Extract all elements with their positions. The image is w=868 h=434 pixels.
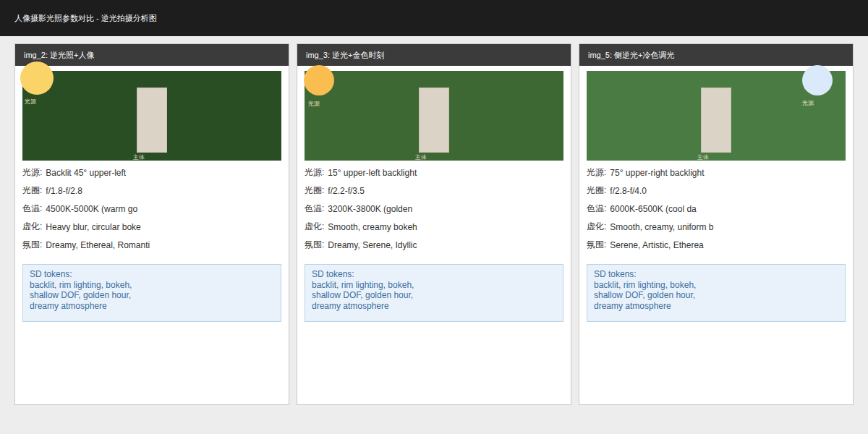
sun-label: 光源 — [802, 100, 814, 106]
card-body: 光源 主体 光源: Backlit 45° upper-left 光圈: f/1… — [15, 66, 289, 322]
subject-rect — [701, 88, 731, 153]
param-value: Dreamy, Ethereal, Romanti — [46, 240, 150, 250]
param-label: 光源: — [305, 166, 324, 179]
param-label: 色温: — [305, 203, 324, 215]
subject-label: 主体 — [415, 155, 427, 161]
param-row-aperture: 光圈: f/1.8-f/2.8 — [22, 182, 281, 200]
param-value: Serene, Artistic, Etherea — [610, 240, 703, 250]
app-title-bar: 人像摄影光照参数对比 - 逆光拍摄分析图 — [0, 0, 868, 36]
image-card-img3: img_3: 逆光+金色时刻 光源 主体 光源: 15° upper-left … — [297, 43, 571, 405]
param-label: 虚化: — [305, 221, 324, 233]
param-row-light: 光源: Backlit 45° upper-left — [22, 163, 281, 182]
param-row-bokeh: 虚化: Smooth, creamy bokeh — [305, 218, 563, 236]
param-row-mood: 氛围: Serene, Artistic, Etherea — [587, 236, 846, 254]
param-value: f/2.8-f/4.0 — [610, 186, 647, 196]
param-label: 氛围: — [587, 239, 606, 251]
param-label: 色温: — [22, 203, 42, 215]
param-value: 4500K-5000K (warm go — [46, 204, 137, 214]
scene-preview: 光源 主体 — [305, 71, 563, 161]
param-row-mood: 氛围: Dreamy, Serene, Idyllic — [305, 236, 563, 254]
sun-circle-icon — [20, 61, 54, 95]
param-row-colortemp: 色温: 4500K-5000K (warm go — [22, 200, 281, 218]
param-row-colortemp: 色温: 3200K-3800K (golden — [305, 200, 563, 218]
subject-label: 主体 — [133, 155, 145, 161]
param-row-light: 光源: 15° upper-left backlight — [305, 163, 563, 182]
param-label: 氛围: — [22, 239, 42, 251]
param-label: 光圈: — [22, 184, 42, 197]
sun-circle-icon — [304, 65, 334, 95]
param-value: 75° upper-right backlight — [610, 168, 704, 178]
param-label: 虚化: — [587, 221, 606, 233]
param-label: 色温: — [587, 203, 606, 215]
card-grid: img_2: 逆光照+人像 光源 主体 光源: Backlit 45° uppe… — [0, 36, 868, 405]
image-card-img2: img_2: 逆光照+人像 光源 主体 光源: Backlit 45° uppe… — [14, 43, 289, 405]
param-value: f/2.2-f/3.5 — [328, 186, 365, 196]
scene-preview: 光源 主体 — [587, 71, 846, 161]
param-value: Heavy blur, circular boke — [46, 222, 140, 232]
param-label: 氛围: — [305, 239, 324, 251]
param-value: Backlit 45° upper-left — [46, 168, 126, 178]
param-value: f/1.8-f/2.8 — [46, 186, 82, 196]
param-list: 光源: 15° upper-left backlight 光圈: f/2.2-f… — [305, 163, 563, 254]
param-label: 光源: — [22, 166, 42, 179]
card-body: 光源 主体 光源: 75° upper-right backlight 光圈: … — [579, 66, 853, 322]
card-title: img_2: 逆光照+人像 — [15, 44, 289, 66]
param-value: Dreamy, Serene, Idyllic — [328, 240, 417, 250]
param-row-light: 光源: 75° upper-right backlight — [587, 163, 846, 182]
param-label: 光源: — [587, 166, 606, 179]
param-list: 光源: 75° upper-right backlight 光圈: f/2.8-… — [587, 163, 846, 254]
param-value: Smooth, creamy bokeh — [328, 222, 417, 232]
param-row-aperture: 光圈: f/2.2-f/3.5 — [305, 182, 563, 200]
param-label: 光圈: — [587, 184, 606, 197]
sun-circle-icon — [802, 65, 833, 95]
param-row-colortemp: 色温: 6000K-6500K (cool da — [587, 200, 846, 218]
param-row-bokeh: 虚化: Smooth, creamy, uniform b — [587, 218, 846, 236]
param-row-aperture: 光圈: f/2.8-f/4.0 — [587, 182, 846, 200]
param-value: 15° upper-left backlight — [328, 168, 417, 178]
subject-rect — [419, 88, 449, 153]
card-title: img_5: 侧逆光+冷色调光 — [579, 44, 853, 66]
subject-label: 主体 — [697, 155, 709, 161]
param-value: Smooth, creamy, uniform b — [610, 222, 713, 232]
param-value: 3200K-3800K (golden — [328, 204, 412, 214]
sd-tokens-box: SD tokens: backlit, rim lighting, bokeh,… — [305, 264, 563, 322]
param-row-mood: 氛围: Dreamy, Ethereal, Romanti — [22, 236, 281, 254]
param-row-bokeh: 虚化: Heavy blur, circular boke — [22, 218, 281, 236]
param-value: 6000K-6500K (cool da — [610, 204, 696, 214]
sun-label: 光源 — [25, 98, 36, 105]
app-title: 人像摄影光照参数对比 - 逆光拍摄分析图 — [14, 13, 157, 24]
param-label: 虚化: — [22, 221, 42, 233]
sd-tokens-box: SD tokens: backlit, rim lighting, bokeh,… — [587, 264, 846, 322]
sd-tokens-box: SD tokens: backlit, rim lighting, bokeh,… — [22, 264, 281, 322]
scene-preview: 光源 主体 — [22, 71, 281, 161]
card-body: 光源 主体 光源: 15° upper-left backlight 光圈: f… — [297, 66, 571, 322]
card-title: img_3: 逆光+金色时刻 — [297, 44, 571, 66]
param-label: 光圈: — [305, 184, 324, 197]
param-list: 光源: Backlit 45° upper-left 光圈: f/1.8-f/2… — [22, 163, 281, 254]
sun-label: 光源 — [308, 101, 320, 107]
subject-rect — [137, 88, 167, 153]
image-card-img5: img_5: 侧逆光+冷色调光 光源 主体 光源: 75° upper-righ… — [579, 43, 854, 405]
